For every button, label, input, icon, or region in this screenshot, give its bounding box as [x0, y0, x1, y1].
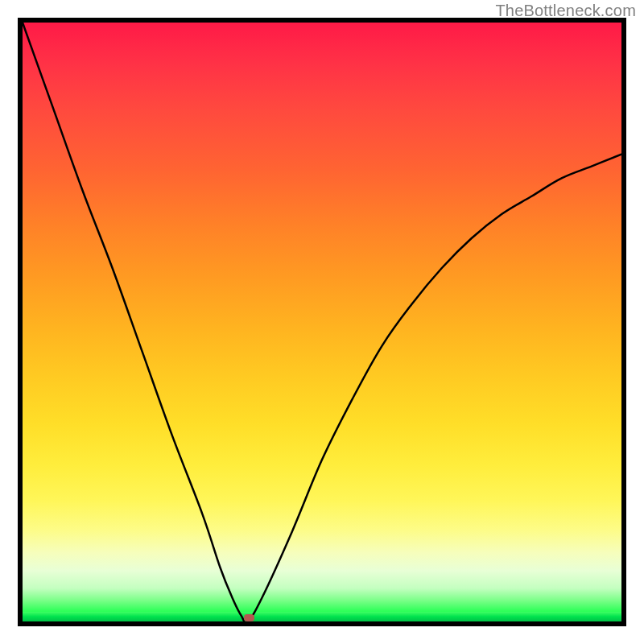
curve-svg	[23, 23, 621, 621]
watermark-text: TheBottleneck.com	[495, 2, 636, 20]
bottleneck-curve	[23, 23, 621, 621]
chart-frame	[18, 18, 626, 626]
chart-wrapper: TheBottleneck.com	[0, 0, 644, 644]
plot-area	[23, 23, 621, 621]
optimal-marker	[244, 614, 254, 621]
